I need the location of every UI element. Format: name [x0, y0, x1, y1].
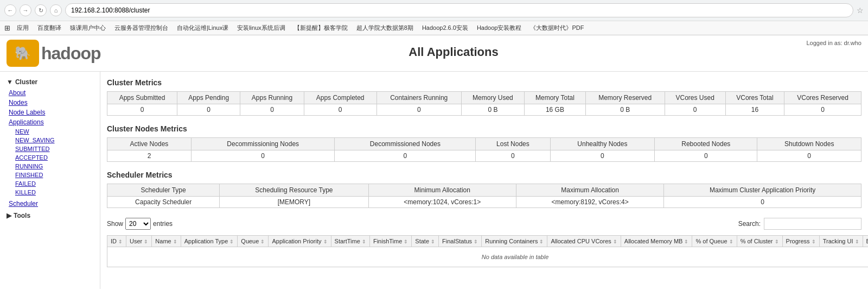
- cell-value: 0: [240, 104, 304, 116]
- sidebar-app-state-submitted[interactable]: SUBMITTED: [0, 144, 100, 153]
- apps-table: ID ⇕User ⇕Name ⇕Application Type ⇕Queue …: [107, 235, 868, 267]
- apps-col-%-of-cluster[interactable]: % of Cluster ⇕: [737, 236, 782, 247]
- bookmark-item[interactable]: 【新提醒】极客学院: [292, 23, 350, 33]
- cell-value: 0: [191, 150, 335, 162]
- cell-value: 0: [177, 104, 240, 116]
- sidebar-app-state-new[interactable]: NEW: [0, 127, 100, 136]
- cell-value: 2: [107, 150, 192, 162]
- refresh-button[interactable]: ↻: [35, 4, 47, 16]
- sort-icon: ⇕: [260, 239, 265, 244]
- apps-col-allocated-cpu-vcores[interactable]: Allocated CPU VCores ⇕: [547, 236, 621, 247]
- sidebar-cluster-label: Cluster: [15, 78, 37, 86]
- col-header-active-nodes: Active Nodes: [107, 138, 192, 150]
- col-header-vcores-used: VCores Used: [665, 92, 725, 104]
- apps-col-name[interactable]: Name ⇕: [152, 236, 181, 247]
- address-bar[interactable]: [65, 3, 853, 17]
- apps-col-id[interactable]: ID ⇕: [107, 236, 126, 247]
- col-header-memory-total: Memory Total: [525, 92, 586, 104]
- back-button[interactable]: ←: [4, 4, 16, 16]
- cluster-metrics-header: Cluster Metrics: [107, 76, 861, 89]
- apps-col-user[interactable]: User ⇕: [126, 236, 152, 247]
- sidebar-app-state-accepted[interactable]: ACCEPTED: [0, 153, 100, 162]
- apps-grid-icon[interactable]: ⊞: [4, 24, 10, 32]
- sidebar-node-labels-link[interactable]: Node Labels: [0, 108, 100, 117]
- bookmarks-bar: ⊞ 应用百度翻译猿课用户中心云服务器管理控制台自动化运维|Linux课安装lin…: [0, 21, 868, 35]
- bookmark-item[interactable]: Hadoop2.6.0安装: [420, 23, 470, 33]
- sidebar-app-state-new_saving[interactable]: NEW_SAVING: [0, 136, 100, 144]
- table-controls: Show 10202550100 entries Search:: [107, 215, 861, 233]
- apps-col-application-type[interactable]: Application Type ⇕: [181, 236, 238, 247]
- sort-icon: ⇕: [431, 239, 435, 244]
- cell-value: 0: [476, 150, 550, 162]
- sidebar-app-state-running[interactable]: RUNNING: [0, 162, 100, 171]
- bookmark-item[interactable]: 超人学院大数据第8期: [354, 23, 416, 33]
- cell-value: Capacity Scheduler: [107, 197, 220, 208]
- sidebar-applications-link[interactable]: Applications: [0, 117, 100, 127]
- sort-icon: ⇕: [144, 239, 148, 244]
- cell-value: 0: [376, 104, 461, 116]
- cell-value: 0: [784, 104, 861, 116]
- apps-col-finalstatus[interactable]: FinalStatus ⇕: [439, 236, 482, 247]
- sidebar-cluster-header[interactable]: ▼ Cluster: [0, 76, 100, 88]
- apps-col-running-containers[interactable]: Running Containers ⇕: [482, 236, 547, 247]
- col-header-rebooted-nodes: Rebooted Nodes: [655, 138, 757, 150]
- sidebar-app-state-killed[interactable]: KILLED: [0, 188, 100, 197]
- apps-col-queue[interactable]: Queue ⇕: [238, 236, 269, 247]
- cell-value: 16 GB: [525, 104, 586, 116]
- col-header-maximum-allocation: Maximum Allocation: [516, 184, 663, 197]
- hadoop-elephant-icon: 🐘: [7, 40, 39, 67]
- sort-icon: ⇕: [812, 239, 816, 244]
- col-header-shutdown-nodes: Shutdown Nodes: [757, 138, 861, 150]
- bookmark-item[interactable]: 应用: [15, 23, 31, 33]
- home-button[interactable]: ⌂: [50, 4, 62, 16]
- forward-button[interactable]: →: [20, 4, 31, 16]
- bookmark-item[interactable]: 百度翻译: [35, 23, 63, 33]
- col-header-memory-reserved: Memory Reserved: [585, 92, 665, 104]
- col-header-apps-submitted: Apps Submitted: [107, 92, 177, 104]
- sidebar-app-state-failed[interactable]: FAILED: [0, 179, 100, 188]
- cell-value: 0: [550, 150, 655, 162]
- scheduler-metrics-header: Scheduler Metrics: [107, 168, 861, 181]
- apps-col-%-of-queue[interactable]: % of Queue ⇕: [692, 236, 737, 247]
- sort-icon: ⇕: [323, 239, 328, 244]
- apps-col-progress[interactable]: Progress ⇕: [782, 236, 819, 247]
- col-header-vcores-reserved: VCores Reserved: [784, 92, 861, 104]
- apps-col-tracking-ui[interactable]: Tracking UI ⇕: [819, 236, 863, 247]
- sort-icon: ⇕: [775, 239, 779, 244]
- col-header-unhealthy-nodes: Unhealthy Nodes: [550, 138, 655, 150]
- sort-icon: ⇕: [729, 239, 733, 244]
- sidebar-tools-label: Tools: [14, 212, 30, 219]
- apps-col-finishtime[interactable]: FinishTime ⇕: [369, 236, 411, 247]
- cell-value: 0: [335, 150, 476, 162]
- apps-col-state[interactable]: State ⇕: [412, 236, 439, 247]
- apps-col-application-priority[interactable]: Application Priority ⇕: [269, 236, 331, 247]
- sort-icon: ⇕: [474, 239, 478, 244]
- apps-col-starttime[interactable]: StartTime ⇕: [331, 236, 369, 247]
- search-box: Search:: [738, 218, 861, 230]
- browser-chrome: ← → ↻ ⌂ ☆ ⊞ 应用百度翻译猿课用户中心云服务器管理控制台自动化运维|L…: [0, 0, 868, 35]
- sidebar-about-link[interactable]: About: [0, 88, 100, 98]
- cell-value: <memory:8192, vCores:4>: [516, 197, 663, 208]
- bookmark-item[interactable]: 自动化运维|Linux课: [175, 23, 231, 33]
- col-header-lost-nodes: Lost Nodes: [476, 138, 550, 150]
- cell-value: 0: [757, 150, 861, 162]
- sidebar-app-state-finished[interactable]: FINISHED: [0, 171, 100, 179]
- cell-value: 16: [725, 104, 784, 116]
- sidebar-nodes-link[interactable]: Nodes: [0, 98, 100, 108]
- apps-col-allocated-memory-mb[interactable]: Allocated Memory MB ⇕: [621, 236, 692, 247]
- sidebar-tools-header[interactable]: ▶ Tools: [0, 209, 100, 221]
- sidebar-app-states: NEWNEW_SAVINGSUBMITTEDACCEPTEDRUNNINGFIN…: [0, 127, 100, 197]
- sidebar-scheduler-link[interactable]: Scheduler: [0, 199, 100, 209]
- apps-col-blacklisted-nodes[interactable]: Blacklisted Nodes ⇕: [863, 236, 868, 247]
- bookmark-item[interactable]: 云服务器管理控制台: [112, 23, 170, 33]
- bookmark-item[interactable]: Hadoop安装教程: [475, 23, 524, 33]
- bookmark-item[interactable]: 安装linux系统后调: [235, 23, 288, 33]
- cluster-metrics-table: Apps SubmittedApps PendingApps RunningAp…: [107, 91, 861, 116]
- bookmark-item[interactable]: 《大数据时代》PDF: [528, 23, 586, 33]
- entries-label: entries: [153, 220, 173, 228]
- bookmark-star[interactable]: ☆: [857, 6, 864, 15]
- entries-select[interactable]: 10202550100: [125, 218, 151, 230]
- search-input[interactable]: [764, 218, 861, 230]
- bookmark-item[interactable]: 猿课用户中心: [68, 23, 108, 33]
- browser-toolbar: ← → ↻ ⌂ ☆: [0, 0, 868, 21]
